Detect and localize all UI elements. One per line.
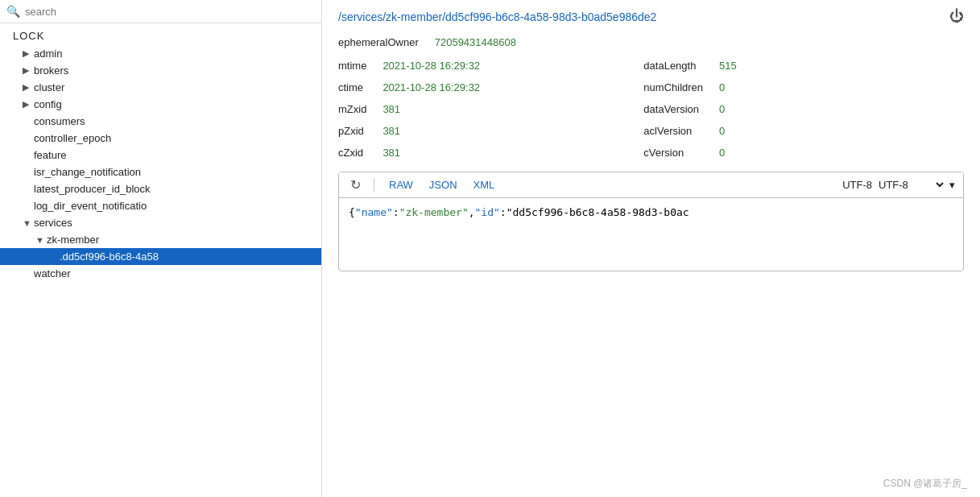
power-icon[interactable]: ⏻ — [949, 8, 964, 25]
meta-value-cVersion: 0 — [719, 147, 964, 159]
tree-label-cluster: cluster — [34, 81, 64, 93]
tree-arrow-brokers: ▶ — [23, 65, 34, 76]
search-icon: 🔍 — [6, 5, 20, 18]
meta-value-numChildren: 0 — [719, 81, 964, 93]
data-viewer-toolbar: ↻ RAW JSON XML UTF-8 UTF-8UTF-16GBKISO-8… — [339, 172, 963, 198]
tree-label-dd5cf996: .dd5cf996-b6c8-4a58 — [60, 251, 159, 263]
tree-item-isr_change_notification[interactable]: isr_change_notification — [0, 164, 321, 180]
meta-value-dataVersion: 0 — [719, 103, 964, 115]
tree-label-brokers: brokers — [34, 64, 68, 77]
main-panel: /services/zk-member/dd5cf996-b6c8-4a58-9… — [322, 0, 980, 497]
tree-item-feature[interactable]: feature — [0, 147, 321, 164]
tree-label-feature: feature — [34, 149, 66, 161]
data-content: {"name":"zk-member","id":"dd5cf996-b6c8-… — [339, 198, 963, 271]
meta-label-pZxid: pZxid — [338, 125, 366, 137]
tree-item-services[interactable]: ▼services — [0, 214, 321, 231]
ephemeral-owner-value: 72059431448608 — [435, 36, 516, 48]
meta-label-aclVersion: aclVersion — [643, 125, 703, 137]
tree-label-zk-member: zk-member — [47, 234, 99, 246]
format-json-button[interactable]: JSON — [424, 177, 462, 193]
tree-item-controller_epoch[interactable]: controller_epoch — [0, 130, 321, 147]
encoding-dropdown[interactable]: UTF-8UTF-16GBKISO-8859-1 — [875, 178, 946, 192]
watermark: CSDN @诸葛子房_ — [883, 477, 967, 491]
meta-label-dataVersion: dataVersion — [643, 103, 703, 115]
encoding-select: UTF-8 UTF-8UTF-16GBKISO-8859-1 ▾ — [842, 178, 955, 192]
tree-label-consumers: consumers — [34, 115, 85, 127]
encoding-chevron: ▾ — [949, 179, 955, 191]
tree-label-config: config — [34, 98, 62, 110]
meta-label-ctime: ctime — [338, 81, 366, 93]
meta-label-cZxid: cZxid — [338, 147, 366, 159]
data-content-text: {"name":"zk-member","id":"dd5cf996-b6c8-… — [349, 206, 689, 218]
tree-item-consumers[interactable]: consumers — [0, 113, 321, 130]
meta-label-mZxid: mZxid — [338, 103, 366, 115]
meta-value-aclVersion: 0 — [719, 125, 964, 137]
toolbar-divider — [374, 178, 374, 193]
meta-value-cZxid: 381 — [382, 147, 627, 159]
tree-item-config[interactable]: ▶config — [0, 96, 321, 113]
meta-label-mtime: mtime — [338, 60, 366, 72]
tree-label-services: services — [34, 217, 72, 229]
tree-item-watcher[interactable]: watcher — [0, 265, 321, 282]
format-raw-button[interactable]: RAW — [384, 177, 418, 193]
path-bar: /services/zk-member/dd5cf996-b6c8-4a58-9… — [338, 8, 964, 25]
meta-value-dataLength: 515 — [719, 60, 964, 72]
meta-value-ctime: 2021-10-28 16:29:32 — [382, 81, 627, 93]
refresh-button[interactable]: ↻ — [347, 177, 364, 193]
tree-item-admin[interactable]: ▶admin — [0, 45, 321, 62]
sidebar: 🔍 LOCK ▶admin▶brokers▶cluster▶configcons… — [0, 0, 322, 497]
node-path: /services/zk-member/dd5cf996-b6c8-4a58-9… — [338, 10, 656, 23]
tree-item-brokers[interactable]: ▶brokers — [0, 62, 321, 79]
meta-label-dataLength: dataLength — [643, 60, 703, 72]
tree-label-isr_change_notification: isr_change_notification — [34, 166, 141, 178]
meta-value-pZxid: 381 — [382, 125, 627, 137]
tree-arrow-zk-member: ▼ — [35, 235, 47, 245]
meta-value-mtime: 2021-10-28 16:29:32 — [382, 60, 627, 72]
tree-label-watcher: watcher — [34, 267, 71, 280]
tree-item-dd5cf996[interactable]: .dd5cf996-b6c8-4a58 — [0, 248, 321, 265]
search-bar: 🔍 — [0, 0, 321, 23]
data-viewer: ↻ RAW JSON XML UTF-8 UTF-8UTF-16GBKISO-8… — [338, 172, 964, 271]
tree-label-controller_epoch: controller_epoch — [34, 132, 111, 144]
tree-item-log_dir_event_notificatio[interactable]: log_dir_event_notificatio — [0, 197, 321, 214]
tree-arrow-services: ▼ — [23, 218, 34, 228]
meta-label-cVersion: cVersion — [643, 147, 703, 159]
encoding-label: UTF-8 — [842, 179, 872, 191]
ephemeral-owner-label: ephemeralOwner — [338, 36, 419, 48]
search-input[interactable] — [25, 6, 315, 18]
tree-item-cluster[interactable]: ▶cluster — [0, 79, 321, 96]
tree-label-latest_producer_id_block: latest_producer_id_block — [34, 183, 151, 195]
tree-arrow-cluster: ▶ — [23, 82, 34, 93]
tree-container: LOCK ▶admin▶brokers▶cluster▶configconsum… — [0, 23, 321, 497]
tree-label-log_dir_event_notificatio: log_dir_event_notificatio — [34, 200, 147, 212]
meta-value-mZxid: 381 — [382, 103, 627, 115]
tree-item-latest_producer_id_block[interactable]: latest_producer_id_block — [0, 180, 321, 197]
lock-label: LOCK — [0, 27, 321, 45]
ephemeral-row: ephemeralOwner 72059431448608 — [338, 36, 964, 48]
tree-arrow-admin: ▶ — [23, 48, 34, 59]
tree-item-zk-member[interactable]: ▼zk-member — [0, 231, 321, 248]
meta-label-numChildren: numChildren — [643, 81, 703, 93]
meta-grid: mtime2021-10-28 16:29:32dataLength515cti… — [338, 60, 964, 159]
format-xml-button[interactable]: XML — [469, 177, 500, 193]
tree-arrow-config: ▶ — [23, 99, 34, 110]
tree-label-admin: admin — [34, 48, 62, 60]
